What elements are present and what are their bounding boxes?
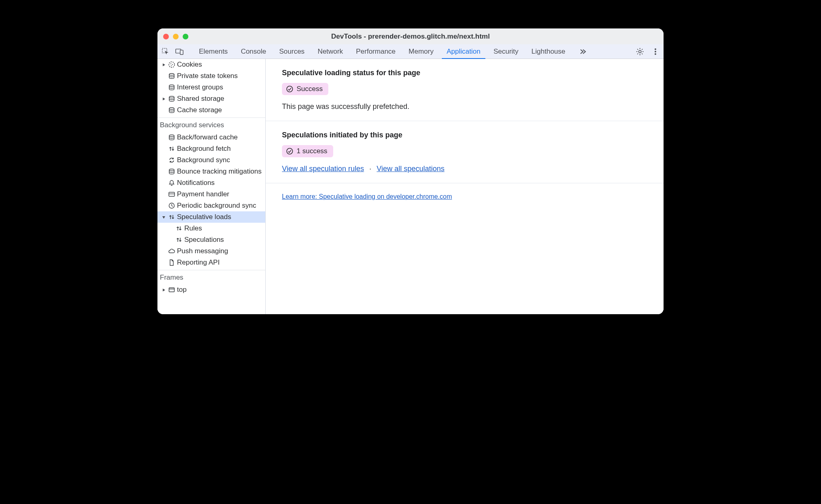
sidebar-item-label: Shared storage [177, 95, 224, 103]
sidebar-item-cookies[interactable]: Cookies [157, 59, 265, 70]
section-status: Speculative loading status for this page… [266, 59, 664, 121]
db-icon [166, 95, 177, 102]
svg-point-9 [172, 64, 173, 65]
more-tabs-icon[interactable] [579, 48, 587, 56]
doc-icon [166, 259, 177, 266]
svg-point-3 [639, 50, 641, 53]
svg-point-15 [169, 135, 174, 137]
application-sidebar[interactable]: CookiesPrivate state tokensInterest grou… [157, 59, 266, 314]
sidebar-item-back-forward-cache[interactable]: Back/forward cache [157, 132, 265, 143]
sidebar-item-reporting-api[interactable]: Reporting API [157, 257, 265, 268]
sidebar-item-push-messaging[interactable]: Push messaging [157, 245, 265, 257]
svg-rect-2 [180, 50, 183, 54]
db-icon [166, 72, 177, 80]
sidebar-item-speculations[interactable]: Speculations [157, 234, 265, 245]
window-title: DevTools - prerender-demos.glitch.me/nex… [331, 33, 490, 41]
svg-point-6 [655, 53, 656, 55]
minimize-button[interactable] [173, 34, 179, 39]
sidebar-item-label: Reporting API [177, 259, 220, 267]
sidebar-item-periodic-background-sync[interactable]: Periodic background sync [157, 200, 265, 211]
sidebar-section-background-services: Background services [157, 117, 265, 132]
svg-point-8 [170, 63, 171, 64]
link-view-speculations[interactable]: View all speculations [377, 165, 445, 173]
svg-point-5 [655, 51, 656, 52]
sidebar-item-label: Cache storage [177, 106, 222, 114]
sidebar-item-label: Speculative loads [177, 213, 231, 221]
cloud-icon [166, 248, 177, 255]
sidebar-item-speculative-loads[interactable]: Speculative loads [157, 211, 265, 223]
tab-performance[interactable]: Performance [349, 44, 402, 59]
check-circle-icon [286, 85, 293, 93]
cookie-icon [166, 61, 177, 68]
devtools-window: DevTools - prerender-demos.glitch.me/nex… [157, 28, 664, 314]
sidebar-item-cache-storage[interactable]: Cache storage [157, 104, 265, 116]
sidebar-item-private-state-tokens[interactable]: Private state tokens [157, 70, 265, 82]
svg-point-14 [169, 108, 174, 109]
sidebar-item-label: Background fetch [177, 145, 231, 153]
close-button[interactable] [163, 34, 169, 39]
tab-application[interactable]: Application [440, 44, 487, 59]
tab-lighthouse[interactable]: Lighthouse [525, 44, 572, 59]
sidebar-section-frames: Frames [157, 270, 265, 284]
sidebar-item-background-fetch[interactable]: Background fetch [157, 143, 265, 154]
disclosure-triangle[interactable] [161, 215, 166, 219]
section-speculations: Speculations initiated by this page 1 su… [266, 121, 664, 183]
svg-point-11 [169, 74, 174, 75]
disclosure-triangle[interactable] [161, 63, 166, 67]
clock-icon [166, 202, 177, 209]
tab-elements[interactable]: Elements [192, 44, 234, 59]
tab-security[interactable]: Security [487, 44, 525, 59]
db-icon [166, 168, 177, 175]
link-view-rules[interactable]: View all speculation rules [282, 165, 364, 173]
svg-rect-20 [169, 288, 175, 292]
sidebar-item-label: Push messaging [177, 247, 228, 255]
dot-separator: · [366, 165, 375, 173]
svg-point-22 [287, 86, 293, 92]
inspect-icon[interactable] [162, 48, 170, 56]
sidebar-item-shared-storage[interactable]: Shared storage [157, 93, 265, 104]
disclosure-triangle[interactable] [161, 97, 166, 101]
svg-point-12 [169, 85, 174, 87]
db-icon [166, 134, 177, 141]
svg-point-7 [169, 62, 175, 67]
devtools-toolbar: ElementsConsoleSourcesNetworkPerformance… [157, 44, 664, 59]
svg-point-13 [169, 96, 174, 98]
maximize-button[interactable] [183, 34, 188, 39]
svg-rect-17 [169, 192, 175, 196]
sidebar-item-label: Private state tokens [177, 72, 238, 80]
frame-icon [166, 286, 177, 293]
sidebar-item-label: top [177, 286, 187, 294]
sidebar-item-top[interactable]: top [157, 284, 265, 295]
settings-icon[interactable] [636, 48, 644, 56]
sidebar-item-label: Bounce tracking mitigations [177, 167, 262, 176]
speculations-heading: Speculations initiated by this page [282, 131, 647, 139]
titlebar: DevTools - prerender-demos.glitch.me/nex… [157, 28, 664, 44]
db-icon [166, 106, 177, 114]
tab-network[interactable]: Network [311, 44, 349, 59]
link-learn-more[interactable]: Learn more: Speculative loading on devel… [282, 193, 452, 200]
sidebar-item-rules[interactable]: Rules [157, 223, 265, 234]
speculations-badge-label: 1 success [297, 147, 328, 155]
sidebar-item-notifications[interactable]: Notifications [157, 177, 265, 189]
disclosure-triangle[interactable] [161, 288, 166, 292]
kebab-menu-icon[interactable] [651, 48, 659, 56]
tab-memory[interactable]: Memory [402, 44, 440, 59]
svg-point-10 [171, 65, 172, 66]
tab-sources[interactable]: Sources [273, 44, 311, 59]
db-icon [166, 84, 177, 91]
sidebar-item-label: Back/forward cache [177, 133, 238, 141]
updown-icon [174, 225, 184, 232]
device-mode-icon[interactable] [175, 48, 183, 56]
sidebar-item-label: Rules [184, 224, 202, 232]
sidebar-item-interest-groups[interactable]: Interest groups [157, 82, 265, 93]
sidebar-item-payment-handler[interactable]: Payment handler [157, 189, 265, 200]
traffic-lights [163, 34, 188, 39]
sidebar-item-label: Periodic background sync [177, 202, 256, 210]
tab-console[interactable]: Console [234, 44, 273, 59]
sidebar-item-label: Payment handler [177, 190, 229, 198]
bell-icon [166, 179, 177, 187]
sidebar-item-background-sync[interactable]: Background sync [157, 154, 265, 166]
status-badge-success: Success [282, 83, 328, 95]
sidebar-item-bounce-tracking-mitigations[interactable]: Bounce tracking mitigations [157, 166, 265, 177]
svg-point-4 [655, 48, 656, 50]
